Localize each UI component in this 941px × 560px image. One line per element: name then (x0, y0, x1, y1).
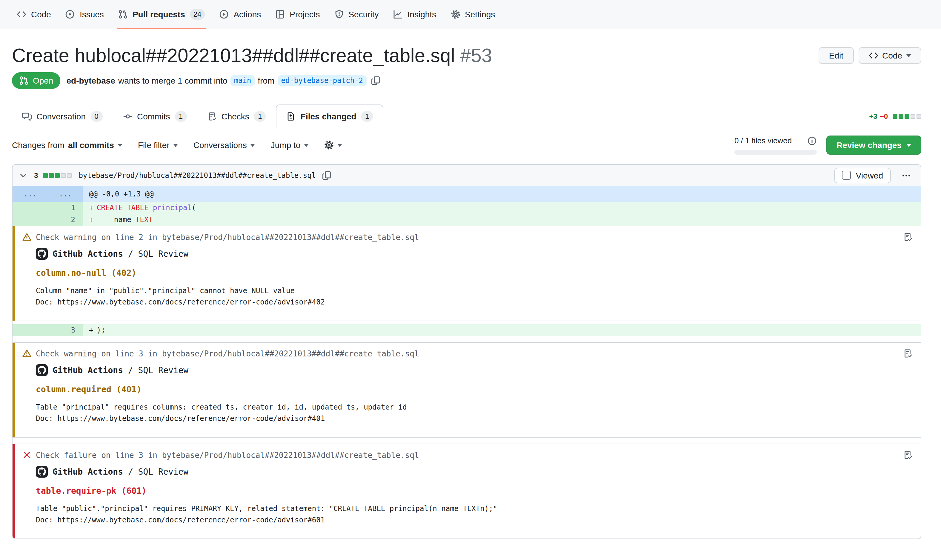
conversations-label: Conversations (194, 140, 247, 150)
file-path[interactable]: bytebase/Prod/hublocal##20221013##ddl##c… (78, 171, 316, 179)
nav-label: Projects (290, 9, 320, 19)
new-line-number[interactable]: 2 (48, 214, 83, 226)
new-line-number[interactable]: 3 (48, 324, 83, 336)
nav-item-pull-requests[interactable]: Pull requests 24 (111, 0, 212, 29)
viewed-label: Viewed (856, 171, 883, 180)
annotation-title-row: Check warning on line 3 in bytebase/Prod… (22, 349, 911, 358)
avatar (36, 248, 48, 260)
author-name[interactable]: ed-bytebase (66, 76, 115, 85)
chevron-down-icon (906, 143, 911, 149)
base-branch-label[interactable]: main (231, 75, 255, 86)
nav-label: Pull requests (132, 9, 185, 19)
kebab-menu-icon[interactable] (902, 171, 911, 180)
chevron-down-icon[interactable] (18, 171, 28, 180)
conversations-dropdown[interactable]: Conversations (194, 140, 255, 150)
check-annotation-warning-401: Check warning on line 3 in bytebase/Prod… (12, 342, 921, 438)
tab-conversation[interactable]: Conversation 0 (12, 105, 112, 128)
nav-label: Settings (465, 9, 495, 19)
nav-item-settings[interactable]: Settings (443, 0, 502, 29)
file-changes-count: 3 (34, 171, 38, 179)
annotation-app-row: GitHub Actions / SQL Review (36, 364, 911, 376)
changes-from-dropdown[interactable]: Changes from all commits (12, 140, 122, 150)
edit-button[interactable]: Edit (819, 47, 853, 64)
annotation-title-row: Check failure on line 3 in bytebase/Prod… (22, 450, 911, 460)
tab-checks[interactable]: Checks 1 (197, 105, 276, 128)
pr-number: #53 (460, 45, 492, 66)
nav-item-code[interactable]: Code (9, 0, 58, 29)
code-dropdown-button[interactable]: Code (858, 47, 921, 64)
chevron-down-icon (173, 143, 178, 149)
diff-settings-dropdown[interactable] (324, 140, 342, 150)
changes-from-value: all commits (68, 140, 114, 150)
tab-files-changed[interactable]: Files changed 1 (276, 105, 383, 128)
page: Code Issues Pull requests 24 Actions Pro… (0, 0, 941, 560)
annotation-message: Column "name" in "public"."principal" ca… (36, 285, 911, 297)
new-line-number[interactable]: 1 (48, 202, 83, 214)
line-code: + name TEXT (83, 214, 921, 226)
nav-item-projects[interactable]: Projects (268, 0, 327, 29)
nav-item-security[interactable]: Security (327, 0, 386, 29)
github-mark-icon (38, 468, 46, 476)
annotation-body: Table "principal" requires columns: crea… (36, 402, 911, 424)
chevron-down-icon (251, 143, 255, 149)
annotation-app: GitHub Actions / SQL Review (52, 249, 188, 258)
checklist-icon[interactable] (903, 232, 912, 242)
hunk-header-row: ... ... @@ -0,0 +1,3 @@ (12, 186, 921, 202)
file-filter-dropdown[interactable]: File filter (138, 140, 178, 150)
files-viewed-progress (734, 149, 817, 154)
hunk-new-marker: ... (48, 186, 83, 202)
nav-item-insights[interactable]: Insights (386, 0, 444, 29)
copy-icon[interactable] (322, 171, 331, 180)
from-text: from (258, 76, 274, 85)
annotation-app-row: GitHub Actions / SQL Review (36, 466, 911, 478)
file-filter-label: File filter (138, 140, 169, 150)
code-icon (869, 51, 878, 60)
checklist-icon (207, 112, 217, 121)
tab-count: 0 (91, 111, 102, 122)
info-icon[interactable] (807, 136, 817, 145)
annotation-message: Table "principal" requires columns: crea… (36, 402, 911, 413)
nav-item-issues[interactable]: Issues (58, 0, 111, 29)
merge-text: wants to merge 1 commit into (118, 76, 228, 85)
git-pull-request-icon (19, 76, 29, 85)
line-code: +); (83, 324, 921, 336)
chevron-down-icon (337, 143, 342, 149)
issue-opened-icon (65, 9, 75, 19)
repo-nav: Code Issues Pull requests 24 Actions Pro… (0, 0, 941, 29)
files-viewed-widget: 0 / 1 files viewed (734, 136, 817, 154)
viewed-checkbox[interactable] (842, 171, 851, 180)
annotation-body: Column "name" in "public"."principal" ca… (36, 285, 911, 308)
tab-commits[interactable]: Commits 1 (112, 105, 197, 128)
github-mark-icon (38, 249, 46, 258)
annotation-title: Check failure on line 3 in bytebase/Prod… (36, 451, 419, 459)
files-toolbar: Changes from all commits File filter Con… (0, 128, 941, 162)
review-changes-button[interactable]: Review changes (826, 135, 921, 155)
copy-icon[interactable] (371, 76, 380, 85)
github-mark-icon (38, 366, 46, 374)
viewed-toggle-button[interactable]: Viewed (835, 168, 891, 183)
additions-count: +3 (869, 112, 877, 121)
tab-label: Checks (221, 112, 249, 121)
gear-icon (324, 140, 334, 150)
check-annotation-failure-601: Check failure on line 3 in bytebase/Prod… (12, 443, 921, 538)
checklist-icon[interactable] (903, 450, 912, 460)
nav-label: Security (348, 9, 378, 19)
nav-item-actions[interactable]: Actions (212, 0, 268, 29)
graph-icon (393, 9, 403, 19)
annotation-app: GitHub Actions / SQL Review (52, 365, 188, 375)
tab-count: 1 (361, 111, 373, 122)
checklist-icon[interactable] (903, 349, 912, 358)
nav-label: Insights (407, 9, 437, 19)
head-branch-label[interactable]: ed-bytebase-patch-2 (277, 75, 367, 86)
page-title: Create hublocal##20221013##ddl##create_t… (12, 43, 921, 68)
check-annotation-warning-402: Check warning on line 2 in bytebase/Prod… (12, 226, 921, 321)
jump-to-dropdown[interactable]: Jump to (271, 140, 309, 150)
diff-line-1: 1 +CREATE TABLE principal( (12, 202, 921, 214)
annotation-title: Check warning on line 3 in bytebase/Prod… (36, 349, 419, 358)
pr-header: Create hublocal##20221013##ddl##create_t… (0, 29, 941, 89)
review-changes-label: Review changes (836, 140, 902, 150)
annotation-doc: Doc: https://www.bytebase.com/docs/refer… (36, 413, 911, 424)
diff-line-3: 3 +); (12, 324, 921, 336)
tab-label: Files changed (301, 112, 357, 121)
pr-title-text: Create hublocal##20221013##ddl##create_t… (12, 45, 455, 66)
